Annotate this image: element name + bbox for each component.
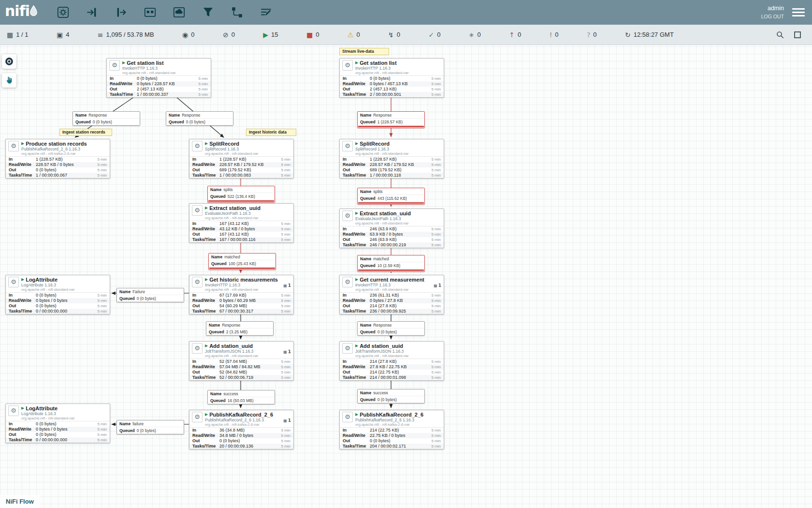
- panel-toggle-button[interactable]: [792, 29, 803, 41]
- stat-row-tasks-time: Tasks/Time52 / 00:00:06.7195 min: [189, 375, 293, 380]
- processor-node[interactable]: ⚙ ▶ Add station_uuid JoltTransformJSON 1…: [339, 341, 444, 381]
- processor-node[interactable]: ⚙ ▶ PublishKafkaRecord_2_6 PublishKafkaR…: [339, 410, 444, 449]
- stat-window: 5 min: [198, 81, 208, 87]
- global-menu-button[interactable]: [792, 8, 805, 16]
- processor-node[interactable]: ⚙ ▶ Get current measurement InvokeHTTP 1…: [339, 275, 444, 314]
- process-group-tool-button[interactable]: [143, 5, 158, 20]
- processor-node[interactable]: ⚙ ▶ Produce station records PublishKafka…: [5, 139, 110, 179]
- remote-process-group-tool-button[interactable]: [172, 5, 187, 20]
- processor-node[interactable]: ⚙ ▶ Add station_uuid JoltTransformJSON 1…: [189, 341, 294, 381]
- processor-bundle: org.apache.nifi - nifi-standard-nar: [355, 221, 441, 225]
- connection-label[interactable]: Name success Queued 0 (0 bytes): [357, 389, 425, 403]
- processor-titles: ▶ Add station_uuid JoltTransformJSON 1.1…: [355, 343, 441, 359]
- stat-value: 689 (179.52 KB): [219, 167, 279, 173]
- stat-row-in: In0 (0 bytes)5 min: [6, 293, 110, 298]
- processor-stats: In246 (63.9 KB)5 minRead/Write63.9 KB / …: [340, 226, 444, 248]
- connection-name-key: Name: [169, 113, 180, 118]
- processor-node[interactable]: ⚙ ▶ PublishKafkaRecord_2_6 PublishKafkaR…: [189, 410, 294, 449]
- processor-titles: ▶ Produce station records PublishKafkaRe…: [21, 141, 107, 156]
- connection-queued-key: Queued: [119, 428, 135, 433]
- processor-node[interactable]: ⚙ ▶ SplitRecord SplitRecord 1.16.3 org.a…: [339, 139, 444, 179]
- connection-label[interactable]: Name Response Queued 1 (228.57 KB): [357, 111, 425, 128]
- search-icon: [776, 30, 784, 39]
- canvas-label[interactable]: Stream live-data: [339, 48, 389, 55]
- stat-row-tasks-time: Tasks/Time1 / 00:00:00.0675 min: [6, 173, 110, 178]
- connection-queued-value: 0 (0 bytes): [377, 329, 397, 334]
- processor-name: LogAttribute: [26, 277, 58, 283]
- output-port-icon: [115, 6, 128, 19]
- current-user: admin: [761, 4, 784, 13]
- processor-header: ⚙ ▶ Add station_uuid JoltTransformJSON 1…: [189, 342, 293, 359]
- breadcrumb[interactable]: NiFi Flow: [0, 495, 40, 508]
- connection-label[interactable]: Name matched Queued 100 (25.43 KB): [208, 253, 276, 270]
- processor-stats: In0 (0 bytes)5 minRead/Write0 bytes / 0 …: [6, 421, 110, 443]
- canvas-label[interactable]: Ingest station records: [59, 129, 112, 136]
- stat-row-out: Out0 (0 bytes)5 min: [340, 438, 444, 444]
- output-port-tool-button[interactable]: [114, 5, 129, 20]
- status-refresh: ↻12:58:27 GMT: [625, 31, 674, 38]
- run-status-icon: ▶: [355, 60, 358, 66]
- connection-label[interactable]: Name Response Queued 2 (3.25 MB): [206, 321, 274, 336]
- stat-window: 5 min: [431, 298, 441, 303]
- stat-window: 5 min: [281, 221, 290, 226]
- processor-icon: ⚙: [192, 205, 203, 216]
- processor-type: InvokeHTTP 1.16.3: [355, 66, 441, 71]
- operate-palette-button[interactable]: [2, 73, 16, 88]
- connection-label[interactable]: Name splits Queued 443 (115.62 KB): [357, 188, 425, 205]
- connection-name-value: matched: [224, 254, 240, 259]
- active-threads-badge: ▦ 1: [283, 283, 291, 288]
- stat-window: 5 min: [198, 76, 208, 81]
- processor-icon: [57, 6, 70, 19]
- processor-node[interactable]: ⚙ ▶ SplitRecord SplitRecord 1.16.3 org.a…: [189, 139, 294, 179]
- connection-label[interactable]: Name splits Queued 522 (136.4 KB): [207, 186, 275, 203]
- threads-count: 1: [288, 349, 291, 354]
- connection-label[interactable]: Name Failure Queued 0 (0 bytes): [116, 288, 184, 302]
- connection-queued-row: Queued 0 (0 bytes): [358, 329, 424, 335]
- processor-tool-button[interactable]: [56, 5, 71, 20]
- input-port-tool-button[interactable]: [85, 5, 100, 20]
- template-tool-button[interactable]: [230, 5, 245, 20]
- connection-queued-value: 522 (136.4 KB): [228, 194, 255, 199]
- stat-window: 5 min: [431, 226, 441, 232]
- canvas-label[interactable]: Ingest historic data: [246, 129, 296, 136]
- stat-row-in: In1 (228.57 KB)5 min: [189, 157, 293, 162]
- processor-header: ⚙ ▶ Extract station_uuid EvaluateJsonPat…: [189, 204, 293, 221]
- processor-node[interactable]: ⚙ ▶ Extract station_uuid EvaluateJsonPat…: [189, 203, 294, 243]
- run-status-icon: ▶: [205, 277, 208, 283]
- stat-row-in: In167 (43.12 KB)5 min: [189, 221, 293, 226]
- connection-label[interactable]: Name failure Queued 0 (0 bytes): [116, 420, 184, 434]
- connection-queued-value: 0 (0 bytes): [137, 296, 156, 301]
- processor-node[interactable]: ⚙ ▶ LogAttribute LogAttribute 1.16.3 org…: [5, 275, 110, 314]
- navigate-palette-button[interactable]: [2, 54, 16, 69]
- connection-label[interactable]: Name matched Queued 10 (2.59 KB): [357, 255, 425, 272]
- stat-row-tasks-time: Tasks/Time0 / 00:00:00.0005 min: [6, 309, 110, 314]
- connection-label[interactable]: Name success Queued 16 (50.03 MB): [207, 390, 275, 404]
- stat-window: 5 min: [431, 167, 441, 173]
- processor-node[interactable]: ⚙ ▶ Get historic measurements InvokeHTTP…: [189, 275, 294, 314]
- stat-window: 5 min: [431, 433, 441, 438]
- connection-name-key: Name: [210, 187, 221, 192]
- stat-row-out: Out0 (0 bytes)5 min: [189, 438, 293, 444]
- funnel-tool-button[interactable]: [201, 5, 216, 20]
- logout-link[interactable]: LOG OUT: [761, 13, 784, 20]
- processor-bundle: org.apache.nifi - nifi-standard-nar: [205, 354, 291, 358]
- stat-window: 5 min: [97, 298, 107, 303]
- refresh-icon[interactable]: ↻: [625, 31, 631, 38]
- connection-label[interactable]: Name Response Queued 0 (0 bytes): [166, 111, 233, 126]
- processor-node[interactable]: ⚙ ▶ Extract station_uuid EvaluateJsonPat…: [339, 209, 444, 248]
- processor-stats: In0 (0 bytes)5 minRead/Write0 bytes / 45…: [340, 75, 444, 97]
- stat-value: 246 (63.9 KB): [370, 237, 429, 242]
- processor-node[interactable]: ⚙ ▶ LogAttribute LogAttribute 1.16.3 org…: [5, 403, 110, 443]
- search-button[interactable]: [774, 29, 786, 41]
- connection-label[interactable]: Name Response Queued 0 (0 bytes): [72, 111, 140, 126]
- stat-row-in: In52 (57.04 MB)5 min: [189, 359, 293, 364]
- processor-stats: In1 (228.57 KB)5 minRead/Write228.57 KB …: [189, 156, 293, 178]
- processor-name: Add station_uuid: [209, 343, 253, 349]
- processor-type: InvokeHTTP 1.16.3: [205, 283, 291, 287]
- label-tool-button[interactable]: [259, 5, 274, 20]
- status-value: 0: [593, 31, 596, 38]
- processor-node[interactable]: ⚙ ▶ Get station list InvokeHTTP 1.16.3 o…: [339, 58, 444, 98]
- stat-row-read-write: Read/Write0 bytes / 0 bytes5 min: [6, 298, 110, 303]
- connection-label[interactable]: Name Response Queued 0 (0 bytes): [357, 321, 425, 336]
- processor-node[interactable]: ⚙ ▶ Get station list InvokeHTTP 1.16.3 o…: [106, 58, 211, 98]
